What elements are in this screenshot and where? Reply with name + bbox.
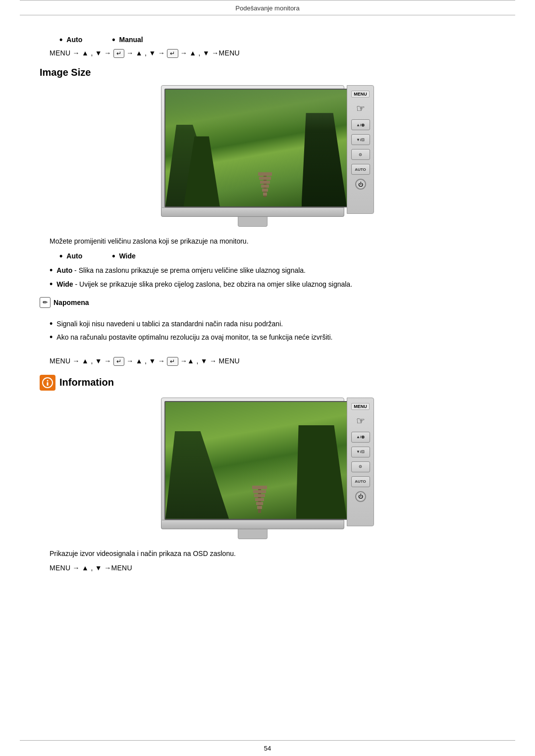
bdot-wide: • bbox=[50, 279, 53, 290]
image-size-bullet-details: • Auto - Slika na zaslonu prikazuje se p… bbox=[50, 265, 495, 290]
hand-cursor-icon-2: ☞ bbox=[356, 415, 365, 427]
header-bar: Podešavanje monitora bbox=[20, 0, 515, 15]
bullet-auto2: • Auto bbox=[59, 252, 82, 260]
note-items: • Signali koji nisu navedeni u tablici z… bbox=[50, 316, 495, 346]
content-area: • Auto • Manual MENU → ▲ , ▼ → ↵ → ▲ , ▼… bbox=[0, 15, 535, 665]
kbd-enter-1: ↵ bbox=[113, 49, 124, 58]
power-btn-2: ⏻ bbox=[355, 491, 366, 502]
svg-point-1 bbox=[47, 380, 49, 381]
auto-btn-2: AUTO bbox=[351, 476, 370, 487]
label-wide: Wide bbox=[119, 252, 136, 260]
image-size-desc: Možete promijeniti veličinu zaslona koji… bbox=[50, 236, 495, 247]
enter-btn-1: ⊙ bbox=[351, 149, 370, 160]
monitor-bezel-1 bbox=[161, 85, 344, 227]
information-desc: Prikazuje izvor videosignala i način pri… bbox=[50, 548, 495, 559]
information-header: Information bbox=[40, 375, 495, 391]
note-icon: ✏ bbox=[40, 297, 51, 308]
bullet-dot-wide: • bbox=[112, 252, 115, 260]
detail-auto-rest: - Slika na zaslonu prikazuje se prema om… bbox=[74, 266, 306, 274]
information-title: Information bbox=[59, 377, 114, 388]
note-item-2: • Ako na računalu postavite optimalnu re… bbox=[50, 332, 495, 343]
down-btn-1: ▼/⊡ bbox=[351, 134, 370, 145]
image-size-title: Image Size bbox=[40, 67, 495, 78]
kbd-enter-4: ↵ bbox=[167, 357, 178, 366]
bullet-detail-auto: • Auto - Slika na zaslonu prikazuje se p… bbox=[50, 265, 495, 276]
monitor-stand-1 bbox=[238, 217, 268, 227]
monitor-base-1 bbox=[161, 208, 344, 217]
bullet-dot-auto2: • bbox=[59, 252, 62, 260]
monitor-screen-2 bbox=[164, 401, 348, 520]
note-label: Napomena bbox=[54, 299, 89, 306]
side-panel-1: MENU ☞ ▲/◉ ▼/⊡ ⊙ AUTO ⏻ bbox=[347, 85, 374, 214]
monitor-stand-2 bbox=[238, 529, 268, 539]
menu-nav-3: MENU → ▲ , ▼ →MENU bbox=[50, 564, 495, 572]
auto-btn-1: AUTO bbox=[351, 164, 370, 175]
monitor-image-2: MENU ☞ ▲/◉ ▼/⊡ ⊙ AUTO ⏻ bbox=[40, 398, 495, 539]
bullet-dot-manual: • bbox=[112, 35, 115, 44]
note-box: ✏ Napomena • Signali koji nisu navedeni … bbox=[40, 297, 495, 350]
kbd-enter-2: ↵ bbox=[167, 49, 178, 58]
up-btn-2: ▲/◉ bbox=[351, 432, 370, 443]
note-bdot-2: • bbox=[50, 332, 53, 343]
monitor-bezel-frame-1 bbox=[161, 85, 344, 208]
monitor-bezel-frame-2 bbox=[161, 398, 344, 520]
detail-wide-text: Wide - Uvijek se prikazuje slika preko c… bbox=[56, 279, 352, 290]
bdot-auto: • bbox=[50, 265, 53, 276]
label-auto2: Auto bbox=[66, 252, 82, 260]
label-auto: Auto bbox=[66, 36, 82, 44]
power-btn-1: ⏻ bbox=[355, 179, 366, 190]
monitor-bezel-2 bbox=[161, 398, 344, 539]
note-text-2: Ako na računalu postavite optimalnu rezo… bbox=[56, 332, 332, 343]
bullet-dot-auto: • bbox=[59, 35, 62, 44]
auto-manual-bullets: • Auto • Manual bbox=[59, 35, 495, 44]
note-text-1: Signali koji nisu navedeni u tablici za … bbox=[56, 319, 283, 330]
footer-bar: 54 bbox=[0, 741, 535, 756]
auto-wide-bullets: • Auto • Wide bbox=[59, 252, 495, 260]
page-wrapper: Podešavanje monitora • Auto • Manual MEN… bbox=[0, 0, 535, 756]
note-header: ✏ Napomena bbox=[40, 297, 495, 308]
information-icon bbox=[40, 375, 55, 391]
note-item-1: • Signali koji nisu navedeni u tablici z… bbox=[50, 319, 495, 330]
bullet-wide: • Wide bbox=[112, 252, 136, 260]
detail-wide-bold: Wide bbox=[56, 280, 73, 288]
enter-btn-2: ⊙ bbox=[351, 461, 370, 472]
monitor-image-1: MENU ☞ ▲/◉ ▼/⊡ ⊙ AUTO ⏻ bbox=[40, 85, 495, 227]
menu-chip-1: MENU bbox=[351, 91, 370, 98]
svg-rect-2 bbox=[47, 382, 49, 386]
detail-auto-text: Auto - Slika na zaslonu prikazuje se pre… bbox=[56, 265, 306, 276]
info-svg-icon bbox=[42, 377, 53, 388]
down-btn-2: ▼/⊡ bbox=[351, 447, 370, 457]
menu-chip-2: MENU bbox=[351, 403, 370, 410]
bullet-auto: • Auto bbox=[59, 35, 82, 44]
monitor-figure-1: MENU ☞ ▲/◉ ▼/⊡ ⊙ AUTO ⏻ bbox=[161, 85, 374, 227]
hand-cursor-icon-1: ☞ bbox=[356, 102, 365, 114]
page-number: 54 bbox=[264, 745, 271, 752]
up-btn-1: ▲/◉ bbox=[351, 119, 370, 130]
menu-nav-1: MENU → ▲ , ▼ → ↵ → ▲ , ▼ → ↵ → ▲ , ▼ →ME… bbox=[50, 49, 495, 58]
monitor-base-2 bbox=[161, 520, 344, 529]
monitor-screen-1 bbox=[164, 89, 348, 207]
monitor-figure-2: MENU ☞ ▲/◉ ▼/⊡ ⊙ AUTO ⏻ bbox=[161, 398, 374, 539]
detail-wide-rest: - Uvijek se prikazuje slika preko cijelo… bbox=[75, 280, 353, 288]
bullet-detail-wide: • Wide - Uvijek se prikazuje slika preko… bbox=[50, 279, 495, 290]
detail-auto-bold: Auto bbox=[56, 266, 72, 274]
side-panel-2: MENU ☞ ▲/◉ ▼/⊡ ⊙ AUTO ⏻ bbox=[347, 398, 374, 526]
bullet-manual: • Manual bbox=[112, 35, 143, 44]
menu-nav-2: MENU → ▲ , ▼ → ↵ → ▲ , ▼ → ↵ →▲ , ▼ → ME… bbox=[50, 357, 495, 366]
kbd-enter-3: ↵ bbox=[113, 357, 124, 366]
note-bdot-1: • bbox=[50, 319, 53, 330]
header-title: Podešavanje monitora bbox=[235, 4, 299, 12]
label-manual: Manual bbox=[119, 36, 143, 44]
